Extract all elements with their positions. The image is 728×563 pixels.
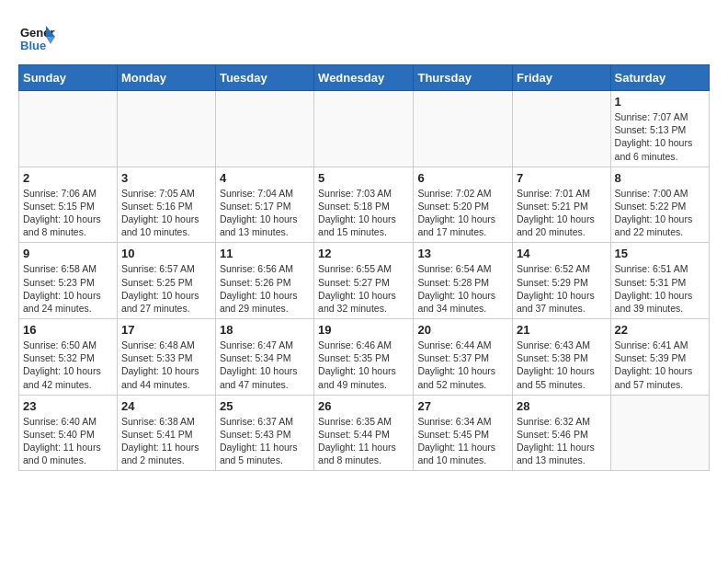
- weekday-header-thursday: Thursday: [414, 65, 513, 91]
- calendar-day-18: 18Sunrise: 6:47 AM Sunset: 5:34 PM Dayli…: [215, 319, 313, 396]
- calendar-day-23: 23Sunrise: 6:40 AM Sunset: 5:40 PM Dayli…: [19, 395, 118, 471]
- day-info: Sunrise: 6:44 AM Sunset: 5:37 PM Dayligh…: [417, 339, 508, 391]
- calendar-day-27: 27Sunrise: 6:34 AM Sunset: 5:45 PM Dayli…: [414, 395, 513, 471]
- calendar-day-14: 14Sunrise: 6:52 AM Sunset: 5:29 PM Dayli…: [513, 243, 611, 319]
- calendar-week-row: 2Sunrise: 7:06 AM Sunset: 5:15 PM Daylig…: [19, 167, 710, 243]
- weekday-header-sunday: Sunday: [19, 65, 118, 91]
- calendar-day-16: 16Sunrise: 6:50 AM Sunset: 5:32 PM Dayli…: [19, 319, 118, 396]
- day-number: 6: [417, 171, 508, 185]
- calendar-week-row: 9Sunrise: 6:58 AM Sunset: 5:23 PM Daylig…: [19, 243, 710, 319]
- day-number: 28: [517, 399, 607, 413]
- svg-marker-3: [46, 37, 55, 44]
- calendar-day-6: 6Sunrise: 7:02 AM Sunset: 5:20 PM Daylig…: [414, 167, 513, 243]
- day-number: 18: [220, 323, 310, 337]
- weekday-header-tuesday: Tuesday: [215, 65, 313, 91]
- day-info: Sunrise: 7:05 AM Sunset: 5:16 PM Dayligh…: [121, 187, 211, 239]
- calendar-day-empty: [513, 91, 611, 167]
- day-info: Sunrise: 6:54 AM Sunset: 5:28 PM Dayligh…: [417, 262, 508, 315]
- calendar-day-26: 26Sunrise: 6:35 AM Sunset: 5:44 PM Dayli…: [314, 395, 414, 471]
- day-number: 4: [220, 171, 310, 185]
- day-number: 1: [615, 95, 705, 109]
- day-number: 21: [517, 323, 607, 337]
- day-number: 9: [23, 247, 113, 260]
- calendar-day-3: 3Sunrise: 7:05 AM Sunset: 5:16 PM Daylig…: [117, 167, 215, 243]
- calendar-day-22: 22Sunrise: 6:41 AM Sunset: 5:39 PM Dayli…: [610, 319, 709, 396]
- day-number: 8: [615, 171, 705, 185]
- calendar-day-28: 28Sunrise: 6:32 AM Sunset: 5:46 PM Dayli…: [513, 395, 611, 471]
- day-info: Sunrise: 7:06 AM Sunset: 5:15 PM Dayligh…: [23, 187, 113, 239]
- day-number: 11: [220, 247, 310, 260]
- day-number: 20: [417, 323, 508, 337]
- day-info: Sunrise: 7:07 AM Sunset: 5:13 PM Dayligh…: [615, 110, 705, 163]
- day-number: 12: [318, 247, 409, 260]
- calendar-day-15: 15Sunrise: 6:51 AM Sunset: 5:31 PM Dayli…: [610, 243, 709, 319]
- day-number: 24: [121, 399, 211, 413]
- calendar-week-row: 23Sunrise: 6:40 AM Sunset: 5:40 PM Dayli…: [19, 395, 710, 471]
- day-number: 25: [220, 399, 310, 413]
- calendar-day-9: 9Sunrise: 6:58 AM Sunset: 5:23 PM Daylig…: [19, 243, 118, 319]
- day-info: Sunrise: 6:55 AM Sunset: 5:27 PM Dayligh…: [318, 262, 409, 315]
- day-number: 13: [417, 247, 508, 260]
- calendar-day-21: 21Sunrise: 6:43 AM Sunset: 5:38 PM Dayli…: [513, 319, 611, 396]
- calendar-day-25: 25Sunrise: 6:37 AM Sunset: 5:43 PM Dayli…: [215, 395, 313, 471]
- calendar-day-empty: [314, 91, 414, 167]
- day-number: 5: [318, 171, 409, 185]
- svg-text:Blue: Blue: [20, 39, 46, 52]
- day-info: Sunrise: 6:52 AM Sunset: 5:29 PM Dayligh…: [517, 262, 607, 315]
- day-info: Sunrise: 6:50 AM Sunset: 5:32 PM Dayligh…: [23, 339, 113, 391]
- weekday-header-monday: Monday: [117, 65, 215, 91]
- day-info: Sunrise: 7:01 AM Sunset: 5:21 PM Dayligh…: [517, 187, 607, 239]
- day-number: 10: [121, 247, 211, 260]
- calendar-day-19: 19Sunrise: 6:46 AM Sunset: 5:35 PM Dayli…: [314, 319, 414, 396]
- day-info: Sunrise: 6:56 AM Sunset: 5:26 PM Dayligh…: [220, 262, 310, 315]
- day-info: Sunrise: 6:38 AM Sunset: 5:41 PM Dayligh…: [121, 415, 211, 467]
- calendar-day-5: 5Sunrise: 7:03 AM Sunset: 5:18 PM Daylig…: [314, 167, 414, 243]
- calendar-day-10: 10Sunrise: 6:57 AM Sunset: 5:25 PM Dayli…: [117, 243, 215, 319]
- calendar-day-2: 2Sunrise: 7:06 AM Sunset: 5:15 PM Daylig…: [19, 167, 118, 243]
- page-header: General Blue: [18, 18, 710, 55]
- day-number: 19: [318, 323, 409, 337]
- day-number: 16: [23, 323, 113, 337]
- day-info: Sunrise: 6:51 AM Sunset: 5:31 PM Dayligh…: [615, 262, 705, 315]
- day-info: Sunrise: 6:35 AM Sunset: 5:44 PM Dayligh…: [318, 415, 409, 467]
- day-info: Sunrise: 6:57 AM Sunset: 5:25 PM Dayligh…: [121, 262, 211, 315]
- day-number: 2: [23, 171, 113, 185]
- calendar-day-4: 4Sunrise: 7:04 AM Sunset: 5:17 PM Daylig…: [215, 167, 313, 243]
- day-info: Sunrise: 6:48 AM Sunset: 5:33 PM Dayligh…: [121, 339, 211, 391]
- calendar-day-1: 1Sunrise: 7:07 AM Sunset: 5:13 PM Daylig…: [610, 91, 709, 167]
- calendar-table: SundayMondayTuesdayWednesdayThursdayFrid…: [18, 64, 710, 471]
- logo-icon: General Blue: [18, 18, 55, 55]
- weekday-header-saturday: Saturday: [610, 65, 709, 91]
- weekday-header-friday: Friday: [513, 65, 611, 91]
- day-info: Sunrise: 7:00 AM Sunset: 5:22 PM Dayligh…: [615, 187, 705, 239]
- day-info: Sunrise: 6:58 AM Sunset: 5:23 PM Dayligh…: [23, 262, 113, 315]
- day-number: 17: [121, 323, 211, 337]
- calendar-day-empty: [215, 91, 313, 167]
- day-info: Sunrise: 6:32 AM Sunset: 5:46 PM Dayligh…: [517, 415, 607, 467]
- calendar-week-row: 1Sunrise: 7:07 AM Sunset: 5:13 PM Daylig…: [19, 91, 710, 167]
- calendar-header-row: SundayMondayTuesdayWednesdayThursdayFrid…: [19, 65, 710, 91]
- day-number: 14: [517, 247, 607, 260]
- calendar-day-empty: [414, 91, 513, 167]
- calendar-day-17: 17Sunrise: 6:48 AM Sunset: 5:33 PM Dayli…: [117, 319, 215, 396]
- calendar-day-8: 8Sunrise: 7:00 AM Sunset: 5:22 PM Daylig…: [610, 167, 709, 243]
- day-number: 23: [23, 399, 113, 413]
- calendar-day-empty: [610, 395, 709, 471]
- day-info: Sunrise: 6:46 AM Sunset: 5:35 PM Dayligh…: [318, 339, 409, 391]
- day-number: 15: [615, 247, 705, 260]
- day-info: Sunrise: 6:41 AM Sunset: 5:39 PM Dayligh…: [615, 339, 705, 391]
- day-info: Sunrise: 6:47 AM Sunset: 5:34 PM Dayligh…: [220, 339, 310, 391]
- day-number: 26: [318, 399, 409, 413]
- day-info: Sunrise: 7:04 AM Sunset: 5:17 PM Dayligh…: [220, 187, 310, 239]
- calendar-day-empty: [117, 91, 215, 167]
- day-number: 22: [615, 323, 705, 337]
- weekday-header-wednesday: Wednesday: [314, 65, 414, 91]
- day-info: Sunrise: 7:03 AM Sunset: 5:18 PM Dayligh…: [318, 187, 409, 239]
- calendar-day-empty: [19, 91, 118, 167]
- day-info: Sunrise: 6:40 AM Sunset: 5:40 PM Dayligh…: [23, 415, 113, 467]
- calendar-day-7: 7Sunrise: 7:01 AM Sunset: 5:21 PM Daylig…: [513, 167, 611, 243]
- day-info: Sunrise: 6:43 AM Sunset: 5:38 PM Dayligh…: [517, 339, 607, 391]
- calendar-day-13: 13Sunrise: 6:54 AM Sunset: 5:28 PM Dayli…: [414, 243, 513, 319]
- day-number: 3: [121, 171, 211, 185]
- day-info: Sunrise: 7:02 AM Sunset: 5:20 PM Dayligh…: [417, 187, 508, 239]
